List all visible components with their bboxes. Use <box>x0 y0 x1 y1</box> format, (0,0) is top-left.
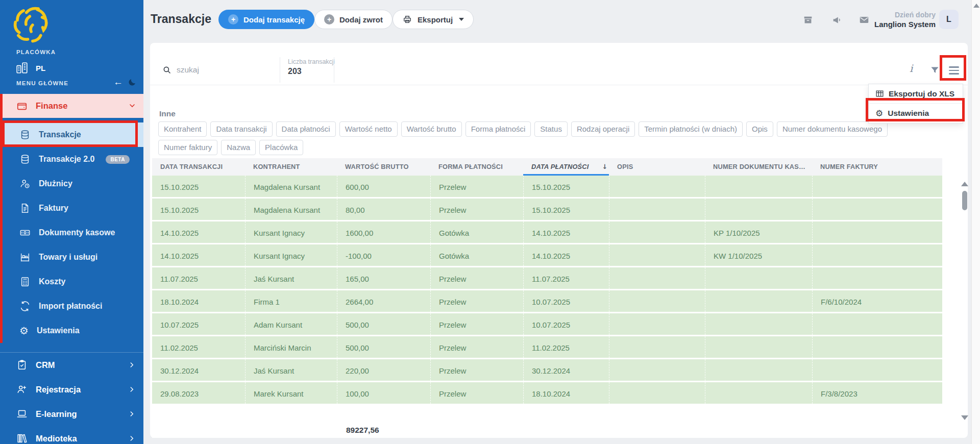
summary-total: 89227,56 <box>346 423 379 438</box>
add-refund-button[interactable]: + Dodaj zwrot <box>314 10 393 29</box>
cell-data-transakcji: 30.12.2024 <box>152 359 245 381</box>
table-row[interactable]: 11.07.2025 Jaś Kursant 165,00 Przelew 11… <box>152 267 942 290</box>
sidebar-item-label: E-learning <box>36 409 77 419</box>
table-scroll-down-arrow[interactable] <box>961 415 968 420</box>
search-input[interactable] <box>177 62 274 78</box>
search-icon <box>162 65 172 75</box>
menu-item-export-xls[interactable]: Eksportuj do XLS <box>869 84 963 104</box>
page-scroll-up-arrow[interactable] <box>973 4 979 8</box>
filter-funnel-icon[interactable] <box>930 65 940 75</box>
sidebar-item-finanse[interactable]: Finanse <box>0 94 143 118</box>
cell-numer-faktury: F/3/8/2023 <box>812 382 942 404</box>
filter-chip[interactable]: Numer faktury <box>158 140 217 155</box>
column-header-forma-platnosci[interactable]: FORMA PŁATNOŚCI <box>430 158 523 176</box>
filter-chip[interactable]: Status <box>534 121 568 137</box>
table-icon <box>875 89 884 98</box>
sidebar-item-dokumenty-kasowe[interactable]: Dokumenty kasowe <box>0 220 143 245</box>
cell-opis <box>609 221 705 243</box>
divider <box>280 57 280 83</box>
finance-submenu: Transakcje Transakcje 2.0 BETA Dłużnicy … <box>0 122 143 343</box>
printer-icon <box>402 14 412 24</box>
column-header-opis[interactable]: OPIS <box>609 158 705 176</box>
add-transaction-button[interactable]: + Dodaj transakcję <box>218 10 314 29</box>
sidebar-item-branch-pl[interactable]: PL <box>15 60 45 76</box>
user-plus-icon <box>16 384 28 395</box>
hamburger-menu-icon[interactable] <box>949 66 959 77</box>
table-scroll-up-arrow[interactable] <box>961 182 968 186</box>
filter-chip[interactable]: Nazwa <box>221 140 256 155</box>
plus-icon: + <box>324 14 334 24</box>
sidebar-item-ustawienia[interactable]: ⚙ Ustawienia <box>0 318 143 343</box>
sidebar-item-faktury[interactable]: Faktury <box>0 196 143 220</box>
filter-chip[interactable]: Data płatności <box>276 121 336 137</box>
gear-icon: ⚙ <box>19 326 29 336</box>
cell-numer-faktury <box>812 199 942 220</box>
page-scrollbar[interactable] <box>971 0 980 444</box>
cell-numer-dokumentu: KW 1/10/2025 <box>705 244 812 266</box>
collapse-sidebar-icon[interactable]: ← <box>113 77 123 88</box>
table-row[interactable]: 15.10.2025 Magdalena Kursant 600,00 Prze… <box>152 176 942 199</box>
cell-data-platnosci: 15.10.2025 <box>523 199 609 220</box>
filter-chip[interactable]: Placówka <box>259 140 303 155</box>
cell-opis <box>609 359 705 381</box>
sidebar-item-import-platnosci[interactable]: Import płatności <box>0 294 143 318</box>
cell-kontrahent: Kursant Ignacy <box>245 221 337 243</box>
page-title: Transakcje <box>151 12 211 26</box>
cell-data-platnosci: 11.02.2025 <box>523 336 609 358</box>
column-header-kontrahent[interactable]: KONTRAHENT <box>245 158 337 176</box>
sidebar-item-crm[interactable]: CRM <box>0 353 143 377</box>
filter-chip[interactable]: Kontrahent <box>158 121 207 137</box>
export-button[interactable]: Eksportuj <box>393 10 474 29</box>
cell-data-transakcji: 11.02.2025 <box>152 336 245 358</box>
column-header-data-platnosci[interactable]: DATA PŁATNOŚCI↓ <box>523 158 609 176</box>
table-row[interactable]: 11.02.2025 Marciński Marcin 500,00 Przel… <box>152 336 942 359</box>
sidebar-item-medioteka[interactable]: Medioteka <box>0 426 143 444</box>
sort-descending-icon: ↓ <box>602 163 608 170</box>
debtor-icon <box>19 178 31 189</box>
column-header-wartosc-brutto[interactable]: WARTOŚĆ BRUTTO <box>337 158 430 176</box>
avatar[interactable]: L <box>939 10 959 29</box>
table-row[interactable]: 10.07.2025 Adam Kursant 500,00 Przelew 1… <box>152 313 942 336</box>
sidebar-item-label: Koszty <box>39 277 65 286</box>
table-body: 15.10.2025 Magdalena Kursant 600,00 Prze… <box>152 176 942 405</box>
sidebar-item-elearning[interactable]: E-learning <box>0 402 143 426</box>
menu-item-settings[interactable]: ⚙ Ustawienia <box>869 104 963 123</box>
filter-chip[interactable]: Termin płatności (w dniach) <box>639 121 743 137</box>
sidebar-item-transakcje[interactable]: Transakcje <box>0 122 143 147</box>
column-header-numer-faktury[interactable]: NUMER FAKTURY <box>812 158 942 176</box>
dark-mode-moon-icon[interactable] <box>128 78 137 87</box>
active-section-indicator <box>0 94 3 343</box>
transactions-panel: Liczba transakcji 203 i Inne KontrahentD… <box>150 43 968 438</box>
sidebar-item-rejestracja[interactable]: Rejestracja <box>0 377 143 402</box>
chevron-right-icon <box>128 361 135 368</box>
filter-chip[interactable]: Rodzaj operacji <box>571 121 635 137</box>
column-header-data-transakcji[interactable]: DATA TRANSAKCJI <box>152 158 245 176</box>
table-row[interactable]: 30.12.2024 Jaś Kursant 220,00 Przelew 30… <box>152 359 942 382</box>
column-header-numer-dokumentu[interactable]: NUMER DOKUMENTU KAS… <box>705 158 812 176</box>
table-row[interactable]: 14.10.2025 Kursant Ignacy 1600,00 Gotówk… <box>152 221 942 244</box>
cell-forma-platnosci: Przelew <box>430 382 523 404</box>
table-row[interactable]: 18.10.2024 Firma 1 2664,00 Przelew 10.07… <box>152 290 942 313</box>
cell-forma-platnosci: Przelew <box>430 336 523 358</box>
cell-numer-faktury <box>812 359 942 381</box>
sidebar-item-transakcje-2[interactable]: Transakcje 2.0 BETA <box>0 147 143 171</box>
cell-numer-faktury <box>812 267 942 289</box>
table-row[interactable]: 14.10.2025 Kursant Ignacy -100,00 Gotówk… <box>152 244 942 267</box>
filter-chip[interactable]: Wartość netto <box>339 121 398 137</box>
archive-icon[interactable] <box>802 14 814 26</box>
table-row[interactable]: 29.08.2023 Marek Kursant 100,00 Przelew … <box>152 382 942 405</box>
filter-chip[interactable]: Data transakcji <box>210 121 272 137</box>
filter-chip[interactable]: Opis <box>746 121 773 137</box>
table-scrollbar-thumb[interactable] <box>962 191 967 210</box>
filter-chip[interactable]: Numer dokumentu kasowego <box>777 121 888 137</box>
table-row[interactable]: 15.10.2025 Magdalena Kursant 80,00 Przel… <box>152 199 942 221</box>
filter-chip[interactable]: Wartość brutto <box>401 121 462 137</box>
sidebar-item-koszty[interactable]: Koszty <box>0 269 143 294</box>
filter-chip[interactable]: Forma płatności <box>465 121 531 137</box>
laptop-icon <box>16 408 28 420</box>
info-icon[interactable]: i <box>910 62 913 75</box>
cell-opis <box>609 313 705 335</box>
sidebar-item-dluznicy[interactable]: Dłużnicy <box>0 171 143 196</box>
sidebar-item-towary-i-uslugi[interactable]: Towary i usługi <box>0 245 143 269</box>
coins-icon <box>19 154 31 165</box>
